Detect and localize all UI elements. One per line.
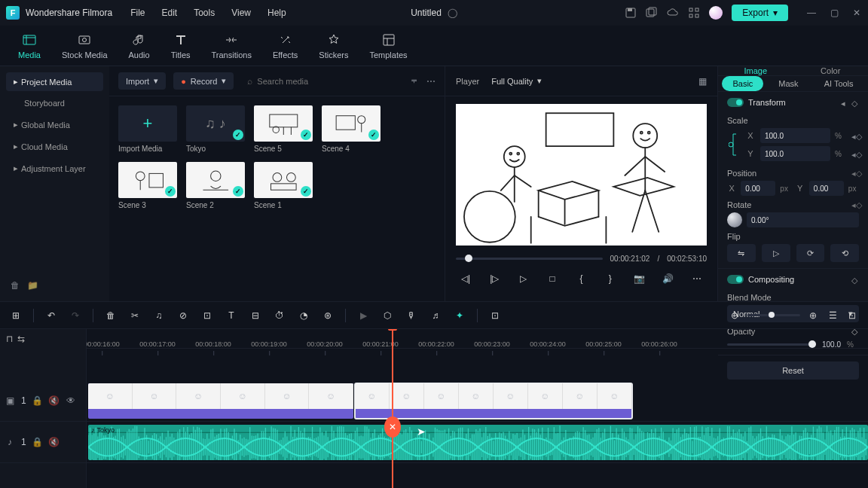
sidebar-item-cloud-media[interactable]: ▸ Cloud Media <box>6 137 103 156</box>
tab-effects[interactable]: Effects <box>273 32 298 59</box>
settings-icon[interactable]: ⋯ <box>690 272 704 285</box>
props-tab-image[interactable]: Image <box>718 66 793 75</box>
folder-icon[interactable]: 📁 <box>27 280 38 291</box>
sidebar-item-global-media[interactable]: ▸ Global Media <box>6 115 103 134</box>
tab-audio[interactable]: Audio <box>129 32 150 59</box>
render-icon[interactable]: ▶ <box>356 309 370 322</box>
media-item[interactable]: ♫ ♪✓Tokyo <box>186 105 245 153</box>
tab-media[interactable]: Media <box>18 32 41 59</box>
mute-icon[interactable]: 🔇 <box>49 395 60 406</box>
sidebar-item-adjustment-layer[interactable]: ▸ Adjustment Layer <box>6 159 103 178</box>
redo-icon[interactable]: ↷ <box>69 309 82 322</box>
subtab-ai-tools[interactable]: AI Tools <box>814 76 864 91</box>
snapshot-icon[interactable]: ▦ <box>698 76 707 87</box>
compositing-header[interactable]: Compositing ◇ <box>727 275 859 288</box>
save-as-icon[interactable] <box>646 7 658 19</box>
keyframe-prev-icon[interactable]: ◂ <box>841 99 848 106</box>
subtab-basic[interactable]: Basic <box>722 76 763 91</box>
play-icon[interactable]: ▷ <box>517 272 530 285</box>
menu-edit[interactable]: Edit <box>162 8 178 18</box>
layout-icon[interactable]: ⊞ <box>9 309 23 322</box>
search-media[interactable]: ⌕ <box>241 76 402 87</box>
import-button[interactable]: Import ▾ <box>118 72 166 90</box>
transform-toggle[interactable] <box>727 98 744 107</box>
speed-icon[interactable]: ⊟ <box>249 309 262 322</box>
zoom-in-icon[interactable]: ⊕ <box>806 309 820 322</box>
voice-icon[interactable]: 🎙 <box>405 309 418 322</box>
media-item[interactable]: ✓Scene 3 <box>118 162 177 209</box>
audio-track[interactable]: ♪Tokyo <box>87 422 868 463</box>
tab-transitions[interactable]: Transitions <box>212 32 252 59</box>
window-close[interactable]: ✕ <box>851 8 862 18</box>
video-clip-1[interactable]: ☺☺☺☺☺☺ <box>88 383 353 419</box>
media-thumbnail[interactable]: ✓ <box>118 162 177 198</box>
media-thumbnail[interactable]: ✓ <box>254 162 313 198</box>
volume-icon[interactable]: 🔊 <box>662 272 675 285</box>
eye-icon[interactable]: 👁 <box>66 395 76 406</box>
flip-horizontal-icon[interactable]: ⇋ <box>727 244 756 262</box>
compositing-toggle[interactable] <box>727 275 744 284</box>
sidebar-item-storyboard[interactable]: Storyboard <box>6 94 103 112</box>
audio-track-header[interactable]: ♪ 1 🔒 🔇 <box>0 422 86 463</box>
play-backward-icon[interactable]: |▷ <box>487 272 501 285</box>
keyframe-icon[interactable]: ◂◇ <box>851 169 859 176</box>
fit-icon[interactable]: ⊡ <box>845 309 859 322</box>
menu-help[interactable]: Help <box>267 8 286 18</box>
magnet-icon[interactable]: ⊓ <box>6 334 13 344</box>
toggle-icon[interactable]: ⊡ <box>488 309 502 322</box>
music-tool-icon[interactable]: ♫ <box>152 309 166 322</box>
delete-icon[interactable]: 🗑 <box>104 309 118 322</box>
effect-tool-icon[interactable]: ⊛ <box>321 309 335 322</box>
stop-icon[interactable]: □ <box>546 272 559 285</box>
window-maximize[interactable]: ▢ <box>829 8 839 18</box>
project-media-button[interactable]: ▸Project Media <box>6 72 103 91</box>
view-mode-icon[interactable]: ☰ <box>826 309 839 322</box>
search-input[interactable] <box>257 77 396 86</box>
link-icon[interactable]: ⇆ <box>17 334 25 344</box>
scale-y-input[interactable] <box>760 146 830 161</box>
camera-icon[interactable]: 📷 <box>632 272 646 285</box>
keyframe-icon[interactable]: ◂◇ <box>851 150 859 157</box>
grid-icon[interactable] <box>688 7 700 19</box>
rotate-cw-icon[interactable]: ⟳ <box>796 244 825 262</box>
tab-templates[interactable]: Templates <box>369 32 407 59</box>
media-item[interactable]: ✓Scene 5 <box>254 105 313 153</box>
media-thumbnail[interactable]: + <box>118 105 177 142</box>
user-avatar[interactable] <box>709 6 723 20</box>
ai-tool-icon[interactable]: ✦ <box>453 309 466 322</box>
menu-file[interactable]: File <box>130 8 145 18</box>
rotate-input[interactable] <box>747 212 859 227</box>
crop-icon[interactable]: ⊡ <box>200 309 214 322</box>
scale-x-input[interactable] <box>760 128 830 143</box>
keyframe-icon[interactable]: ◂◇ <box>851 200 859 208</box>
props-tab-color[interactable]: Color <box>793 66 869 75</box>
scrub-slider[interactable] <box>456 258 603 260</box>
flip-vertical-icon[interactable]: ▷ <box>762 244 790 262</box>
video-track-header[interactable]: ▣ 1 🔒 🔇 👁 <box>0 380 86 422</box>
mute-icon[interactable]: 🔇 <box>49 437 60 447</box>
video-clip-2[interactable]: ☺☺☺☺☺☺☺☺ <box>355 383 632 419</box>
color-tool-icon[interactable]: ◔ <box>297 309 310 322</box>
trash-icon[interactable]: 🗑 <box>11 280 20 291</box>
rotate-ccw-icon[interactable]: ⟲ <box>830 244 859 262</box>
lock-icon[interactable]: 🔒 <box>32 437 43 447</box>
record-button[interactable]: ● Record ▾ <box>173 72 234 90</box>
menu-tools[interactable]: Tools <box>194 8 215 18</box>
media-item[interactable]: ✓Scene 4 <box>322 105 381 153</box>
window-minimize[interactable]: — <box>806 8 817 18</box>
media-thumbnail[interactable]: ✓ <box>186 162 245 198</box>
filter-icon[interactable]: ⫧ <box>410 76 419 87</box>
media-item[interactable]: ✓Scene 2 <box>186 162 245 209</box>
undo-icon[interactable]: ↶ <box>44 309 58 322</box>
audio-clip[interactable]: ♪Tokyo <box>88 425 868 460</box>
timeline-ruler[interactable]: 00:00:16:0000:00:17:0000:00:18:0000:00:1… <box>87 329 868 349</box>
keyframe-icon[interactable]: ◇ <box>851 276 859 283</box>
mark-out-icon[interactable]: } <box>604 272 617 285</box>
transform-header[interactable]: Transform ◂◇ <box>727 98 859 111</box>
marker-icon[interactable]: ⬡ <box>381 309 394 322</box>
mixer-icon[interactable]: ♬ <box>429 309 442 322</box>
subtab-mask[interactable]: Mask <box>768 76 808 91</box>
pos-x-input[interactable] <box>741 181 775 196</box>
video-track[interactable]: ☺☺☺☺☺☺ ☺☺☺☺☺☺☺☺ <box>87 380 868 422</box>
scale-lock-icon[interactable] <box>727 128 741 161</box>
